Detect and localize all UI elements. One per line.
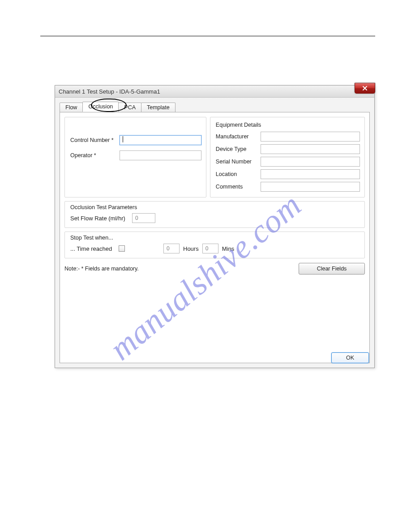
dialog-body: Flow Occlusion PCA Template Control Numb…	[55, 98, 374, 368]
tab-template[interactable]: Template	[141, 103, 176, 112]
operator-label: Operator *	[70, 152, 120, 159]
clear-fields-button[interactable]: Clear Fields	[299, 263, 365, 275]
mins-input[interactable]	[202, 244, 218, 253]
titlebar: Channel 1 Test Setup - IDA-5-Gamma1	[55, 86, 374, 98]
serial-number-label: Serial Number	[216, 159, 261, 165]
tab-flow[interactable]: Flow	[60, 103, 83, 112]
equipment-details-group: Equipment Details Manufacturer Device Ty…	[210, 117, 365, 197]
page-top-rule	[40, 36, 375, 36]
tab-content-occlusion: Control Number * Operator * Equipment De…	[60, 112, 370, 363]
device-type-label: Device Type	[216, 146, 261, 152]
serial-number-input[interactable]	[261, 157, 360, 167]
window-title: Channel 1 Test Setup - IDA-5-Gamma1	[59, 88, 160, 95]
mins-label: Mins	[222, 245, 234, 252]
control-number-label: Control Number *	[70, 137, 120, 143]
mandatory-note: Note:- * Fields are mandatory.	[64, 266, 139, 272]
location-input[interactable]	[261, 169, 360, 179]
occlusion-params-title: Occlusion Test Parameters	[70, 204, 360, 210]
tab-pca[interactable]: PCA	[118, 103, 141, 112]
location-label: Location	[216, 171, 261, 177]
hours-label: Hours	[183, 245, 199, 252]
comments-label: Comments	[216, 184, 261, 190]
equipment-details-title: Equipment Details	[216, 122, 360, 128]
control-number-input[interactable]	[120, 135, 201, 145]
dialog-footer: OK	[331, 352, 369, 363]
manufacturer-input[interactable]	[261, 132, 360, 142]
device-type-input[interactable]	[261, 144, 360, 154]
test-setup-dialog: Channel 1 Test Setup - IDA-5-Gamma1 Flow…	[55, 85, 375, 368]
close-icon	[362, 86, 368, 91]
identity-group: Control Number * Operator *	[64, 117, 206, 197]
stop-test-group: Stop Test when... ... Time reached Hours…	[64, 232, 365, 258]
operator-input[interactable]	[120, 150, 201, 160]
time-reached-label: ... Time reached	[70, 245, 115, 252]
manufacturer-label: Manufacturer	[216, 133, 261, 140]
hours-input[interactable]	[163, 244, 180, 253]
occlusion-params-group: Occlusion Test Parameters Set Flow Rate …	[64, 201, 365, 228]
comments-input[interactable]	[261, 182, 360, 192]
tab-occlusion[interactable]: Occlusion	[82, 102, 119, 112]
flow-rate-input[interactable]	[132, 213, 155, 223]
tab-strip: Flow Occlusion PCA Template	[60, 101, 370, 112]
time-reached-checkbox[interactable]	[119, 245, 125, 252]
close-button[interactable]	[355, 83, 375, 94]
ok-button[interactable]: OK	[331, 352, 369, 363]
flow-rate-label: Set Flow Rate (ml/hr)	[70, 215, 128, 222]
stop-test-title: Stop Test when...	[70, 235, 360, 241]
